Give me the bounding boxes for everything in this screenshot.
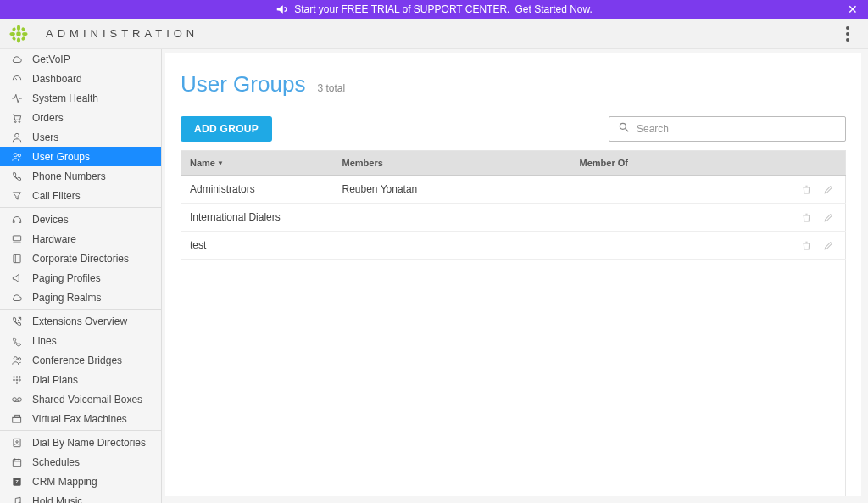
sort-caret-icon: ▼ <box>217 159 224 167</box>
sidebar-item-label: Schedules <box>32 456 80 468</box>
column-members[interactable]: Members <box>334 151 571 176</box>
close-icon[interactable]: ✕ <box>848 3 858 15</box>
topbar: ADMINISTRATION <box>0 19 868 49</box>
sidebar-item-paging-profiles[interactable]: Paging Profiles <box>0 268 161 288</box>
svg-point-14 <box>18 154 20 156</box>
search-field[interactable] <box>609 116 846 142</box>
sidebar-item-dial-plans[interactable]: Dial Plans <box>0 370 161 389</box>
logo-icon[interactable] <box>8 24 29 44</box>
svg-line-9 <box>15 77 17 79</box>
edit-icon[interactable] <box>820 181 837 198</box>
svg-point-1 <box>17 25 20 30</box>
sidebar-item-hold-music[interactable]: Hold Music <box>0 491 161 503</box>
table-row[interactable]: AdministratorsReuben Yonatan <box>181 176 846 204</box>
phone-forward-icon <box>10 315 24 328</box>
svg-point-27 <box>19 379 21 381</box>
sidebar-item-user-groups[interactable]: User Groups <box>0 147 161 166</box>
svg-rect-17 <box>14 254 20 262</box>
cell-members <box>334 232 571 260</box>
sidebar-item-label: Conference Bridges <box>32 355 122 366</box>
svg-rect-34 <box>13 417 14 422</box>
svg-point-26 <box>16 379 18 381</box>
phone-icon <box>10 170 24 183</box>
table-empty-area <box>181 260 846 496</box>
page-subtitle: 3 total <box>317 82 345 94</box>
sidebar-item-crm-mapping[interactable]: ZCRM Mapping <box>0 472 161 491</box>
sidebar-item-label: Virtual Fax Machines <box>32 413 127 425</box>
sidebar-item-label: CRM Mapping <box>32 476 97 488</box>
sidebar-item-dial-by-name[interactable]: Dial By Name Directories <box>0 433 161 452</box>
sidebar-item-corporate-directories[interactable]: Corporate Directories <box>0 249 161 268</box>
sidebar-item-label: System Health <box>32 92 98 104</box>
banner-link[interactable]: Get Started Now. <box>515 3 592 15</box>
nav-separator <box>0 207 161 208</box>
sidebar-item-label: Devices <box>32 214 69 226</box>
overflow-menu-icon[interactable] <box>841 21 854 47</box>
search-input[interactable] <box>637 123 837 135</box>
svg-rect-32 <box>14 417 21 422</box>
column-actions <box>778 151 846 176</box>
svg-point-21 <box>18 357 20 360</box>
svg-point-3 <box>9 31 14 35</box>
column-name[interactable]: Name▼ <box>181 151 334 176</box>
cell-actions <box>778 232 846 260</box>
add-group-button[interactable]: ADD GROUP <box>181 116 272 142</box>
sidebar-item-users[interactable]: Users <box>0 127 161 147</box>
sidebar-item-paging-realms[interactable]: Paging Realms <box>0 288 161 307</box>
search-icon <box>618 121 630 137</box>
sidebar-item-schedules[interactable]: Schedules <box>0 452 161 472</box>
nav-separator <box>0 430 161 431</box>
sidebar-item-getvoip[interactable]: GetVoIP <box>0 49 161 69</box>
sidebar-item-label: Users <box>32 131 58 143</box>
sidebar-item-system-health[interactable]: System Health <box>0 88 161 108</box>
voicemail-icon <box>10 393 24 406</box>
delete-icon[interactable] <box>798 181 815 198</box>
cell-actions <box>778 204 846 232</box>
svg-rect-15 <box>13 235 20 240</box>
table-row[interactable]: test <box>181 232 846 260</box>
handset-icon <box>10 334 24 348</box>
sidebar-item-orders[interactable]: Orders <box>0 108 161 127</box>
cloud-icon <box>10 291 24 305</box>
edit-icon[interactable] <box>820 237 837 254</box>
sidebar-item-dashboard[interactable]: Dashboard <box>0 69 161 88</box>
cell-members <box>334 204 571 232</box>
megaphone-icon <box>275 3 287 15</box>
cell-name: International Dialers <box>181 204 334 232</box>
brand-title: ADMINISTRATION <box>46 27 198 40</box>
sidebar-item-label: Lines <box>32 335 57 347</box>
sidebar-item-phone-numbers[interactable]: Phone Numbers <box>0 166 161 186</box>
svg-point-22 <box>14 376 15 377</box>
edit-icon[interactable] <box>820 209 837 226</box>
sidebar-item-label: Paging Profiles <box>32 272 101 284</box>
svg-point-4 <box>22 31 27 35</box>
svg-point-30 <box>18 397 22 401</box>
delete-icon[interactable] <box>798 209 815 226</box>
sidebar-item-devices[interactable]: Devices <box>0 210 161 229</box>
sidebar-item-virtual-fax[interactable]: Virtual Fax Machines <box>0 409 161 428</box>
sidebar-item-label: Dashboard <box>32 73 82 85</box>
sidebar-item-call-filters[interactable]: Call Filters <box>0 186 161 205</box>
sidebar-item-conference-bridges[interactable]: Conference Bridges <box>0 350 161 370</box>
svg-rect-37 <box>13 459 20 466</box>
svg-point-11 <box>19 120 20 122</box>
svg-line-19 <box>18 317 21 321</box>
svg-point-45 <box>620 123 626 129</box>
cell-member-of <box>571 176 778 204</box>
sidebar-item-lines[interactable]: Lines <box>0 331 161 350</box>
sidebar-item-label: Corporate Directories <box>32 253 129 265</box>
cell-members: Reuben Yonatan <box>334 176 571 204</box>
users-icon <box>10 150 24 164</box>
users-icon <box>10 354 24 367</box>
sidebar-item-extensions-overview[interactable]: Extensions Overview <box>0 311 161 331</box>
svg-point-25 <box>14 379 15 381</box>
banner-text: Start your FREE TRIAL of SUPPORT CENTER. <box>294 3 509 15</box>
column-member-of[interactable]: Member Of <box>571 151 778 176</box>
sidebar-item-hardware[interactable]: Hardware <box>0 229 161 249</box>
sidebar-item-shared-voicemail[interactable]: Shared Voicemail Boxes <box>0 389 161 409</box>
table-row[interactable]: International Dialers <box>181 204 846 232</box>
svg-line-46 <box>626 129 629 132</box>
delete-icon[interactable] <box>798 237 815 254</box>
directory-icon <box>10 436 24 450</box>
svg-rect-33 <box>15 415 20 417</box>
